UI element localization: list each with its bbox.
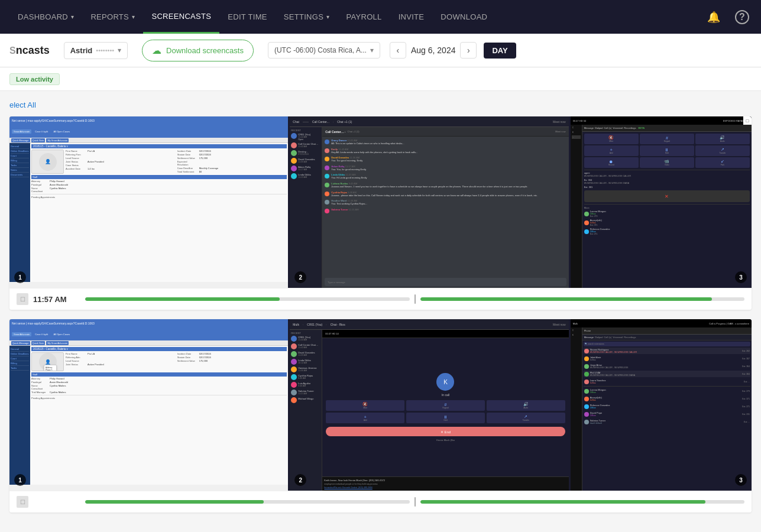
progress-bar-right-2 xyxy=(420,500,745,504)
main-content: elect All Net sense | max-apply/SA/CaseS… xyxy=(0,91,761,531)
screenshot-panel-2-1[interactable]: Net sense | max-apply/SA/CaseSummary.asp… xyxy=(9,319,290,491)
screenshot-panel-1-1[interactable]: Net sense | max-apply/SA/CaseSummary.asp… xyxy=(9,116,290,288)
sub-header: Sncasts Astrid •••••••• ▾ ☁ Download scr… xyxy=(0,34,761,67)
progress-section-1: ☐ 11:57 AM xyxy=(9,288,752,310)
screenshot-checkbox-2[interactable]: ☐ xyxy=(17,496,28,508)
nav-screencasts-label: SCREENCASTS xyxy=(151,12,211,21)
prev-date-button[interactable]: ‹ xyxy=(390,42,406,59)
day-view-button[interactable]: DAY xyxy=(484,43,516,59)
progress-bar-left-2 xyxy=(85,500,410,504)
nav-screencasts[interactable]: SCREENCASTS xyxy=(143,0,219,34)
timezone-value: (UTC -06:00) Costa Rica, A... xyxy=(274,46,367,54)
screenshot-images-2: Net sense | max-apply/SA/CaseSummary.asp… xyxy=(9,319,752,491)
nav-dashboard-label: DASHBOARD xyxy=(18,12,68,21)
low-activity-badge: Low activity xyxy=(9,73,60,85)
help-icon: ? xyxy=(735,10,749,24)
nav-edit-time[interactable]: EDIT TIME xyxy=(219,0,276,34)
screenshot-card-1: Net sense | max-apply/SA/CaseSummary.asp… xyxy=(9,116,752,310)
nav-dashboard[interactable]: DASHBOARD ▾ xyxy=(9,0,82,34)
user-selector[interactable]: Astrid •••••••• ▾ xyxy=(64,42,128,59)
select-all-button[interactable]: elect All xyxy=(9,100,752,109)
screenshot-panel-1-3[interactable]: 00:47 HD 34 ESPOOKIO RAFAEL - ... □ C K … xyxy=(571,116,752,288)
page-title: Sncasts xyxy=(9,44,64,57)
nav-right-actions: 🔔 ? xyxy=(704,8,752,27)
page-title-prefix: S xyxy=(9,46,16,56)
panel-number-1-1: 1 xyxy=(14,271,26,283)
screenshot-time-1: 11:57 AM xyxy=(33,295,80,304)
chevron-down-icon: ▾ xyxy=(132,14,135,20)
top-navigation: DASHBOARD ▾ REPORTS ▾ SCREENCASTS EDIT T… xyxy=(0,0,761,34)
screenshot-panel-2-2[interactable]: Mulk · CR01 (You) · Chat - Rios Meet now… xyxy=(290,319,570,491)
nav-edit-time-label: EDIT TIME xyxy=(228,12,267,21)
nav-reports-label: REPORTS xyxy=(90,12,129,21)
panel-number-2-3: 3 xyxy=(735,474,747,486)
current-date: Aug 6, 2024 xyxy=(411,46,456,55)
help-button[interactable]: ? xyxy=(733,8,752,27)
progress-bar-right-1 xyxy=(420,297,745,301)
nav-payroll-label: PAYROLL xyxy=(346,12,381,21)
activity-bar: Low activity xyxy=(0,67,761,91)
screenshot-images-1: Net sense | max-apply/SA/CaseSummary.asp… xyxy=(9,116,752,288)
nav-download[interactable]: DOWNLOAD xyxy=(432,0,496,34)
nav-settings[interactable]: SETTINGS ▾ xyxy=(276,0,338,34)
screenshot-panel-1-2[interactable]: Chat —— Call Center... · Chat +1 (1) Mee… xyxy=(290,116,570,288)
panel-number-1-3: 3 xyxy=(735,271,747,283)
next-date-button[interactable]: › xyxy=(460,42,477,59)
nav-payroll[interactable]: PAYROLL xyxy=(338,0,390,34)
progress-section-2: ☐ xyxy=(9,491,752,512)
user-email: •••••••• xyxy=(96,47,114,54)
download-btn-label: Download screencasts xyxy=(166,46,244,55)
chevron-down-icon: ▾ xyxy=(71,14,74,20)
nav-reports[interactable]: REPORTS ▾ xyxy=(82,0,143,34)
screenshot-card-2: Net sense | max-apply/SA/CaseSummary.asp… xyxy=(9,319,752,512)
chevron-down-icon: ▾ xyxy=(118,46,121,54)
user-name: Astrid xyxy=(70,46,93,55)
nav-invite-label: INVITE xyxy=(399,12,425,21)
nav-invite[interactable]: INVITE xyxy=(390,0,433,34)
panel-number-2-1: 1 xyxy=(14,474,26,486)
nav-download-label: DOWNLOAD xyxy=(441,12,487,21)
chevron-down-icon: ▾ xyxy=(326,14,329,20)
chevron-down-icon: ▾ xyxy=(370,46,374,54)
upload-cloud-icon: ☁ xyxy=(152,45,161,56)
screenshot-checkbox-1[interactable]: ☐ xyxy=(17,293,28,305)
notifications-button[interactable]: 🔔 xyxy=(704,8,723,27)
progress-bar-container-2 xyxy=(85,497,744,507)
progress-bar-container-1 xyxy=(85,294,744,304)
progress-bar-left-1 xyxy=(85,297,410,301)
bell-icon: 🔔 xyxy=(707,11,720,24)
download-screencasts-button[interactable]: ☁ Download screencasts xyxy=(142,40,254,61)
nav-settings-label: SETTINGS xyxy=(284,12,323,21)
timezone-selector[interactable]: (UTC -06:00) Costa Rica, A... ▾ xyxy=(268,42,380,59)
screenshot-panel-2-3[interactable]: Mulk Call is Progress | GAM - s somewher… xyxy=(571,319,752,491)
date-navigation: ‹ Aug 6, 2024 › xyxy=(390,42,477,59)
